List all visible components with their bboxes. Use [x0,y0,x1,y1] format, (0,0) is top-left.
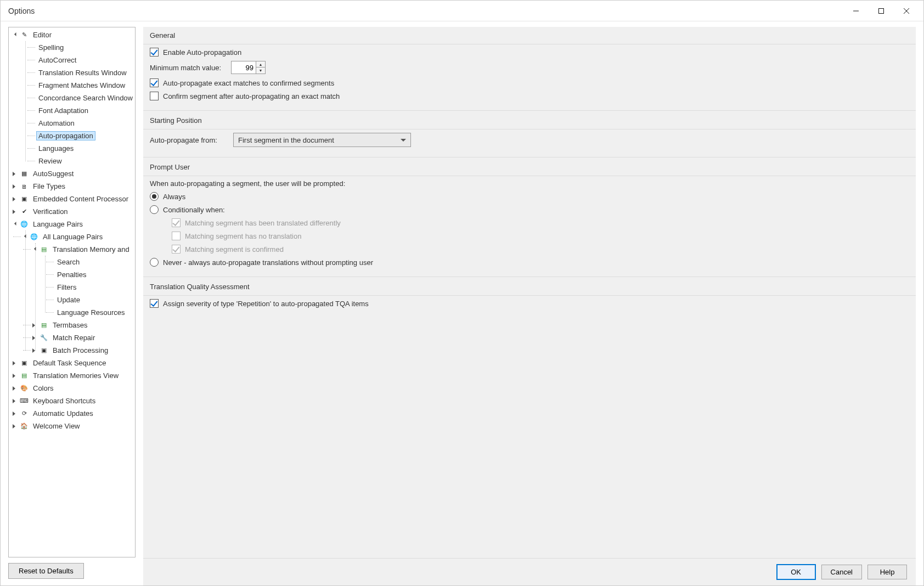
tree-langres[interactable]: Language Resources [9,306,135,319]
lbl-never: Never - always auto-propagate translatio… [163,258,373,267]
tm-icon: ▤ [20,371,29,380]
tree-updates[interactable]: ⟳Automatic Updates [9,407,135,420]
select-from-value: First segment in the document [238,136,334,144]
select-from[interactable]: First segment in the document [233,133,411,147]
tree-dts[interactable]: ▣Default Task Sequence [9,357,135,369]
radio-always[interactable] [150,192,159,201]
lbl-cond: Conditionally when: [163,206,225,214]
lbl-cond1: Matching segment has been translated dif… [185,219,341,227]
minimize-button[interactable] [843,2,869,20]
cb-cond2 [172,232,181,240]
cb-enable-autoprop[interactable] [150,48,159,57]
tree-colors[interactable]: 🎨Colors [9,382,135,395]
spinner-min-match[interactable]: ▲▼ [231,61,266,74]
ok-button[interactable]: OK [776,564,816,580]
file-icon: 🗎 [20,182,29,191]
cb-exact-confirmed[interactable] [150,78,159,87]
group-prompt: Prompt User When auto-propagating a segm… [143,159,916,277]
cb-tqa-assign[interactable] [150,299,159,308]
tree-csw[interactable]: Concordance Search Window [9,92,135,104]
tree-autoprop[interactable]: Auto-propagation [9,129,135,142]
radio-cond[interactable] [150,205,159,214]
tree-autosuggest[interactable]: ▦AutoSuggest [9,167,135,180]
tm-icon: ▤ [40,245,48,254]
tree-update[interactable]: Update [9,294,135,306]
tree-autocorrect[interactable]: AutoCorrect [9,54,135,66]
lbl-enable-autoprop: Enable Auto-propagation [163,48,241,57]
tree-font[interactable]: Font Adaptation [9,104,135,117]
globe-icon: 🌐 [20,220,29,229]
keyboard-icon: ⌨ [20,397,29,405]
options-window: Options ✎Editor Spelling AutoCorrect Tra… [0,0,924,586]
nav-tree[interactable]: ✎Editor Spelling AutoCorrect Translation… [8,27,136,557]
lbl-min-match: Minimum match value: [150,64,227,72]
maximize-button[interactable] [869,2,894,20]
tree-review[interactable]: Review [9,155,135,167]
group-general-title: General [143,27,916,43]
group-starting-title: Starting Position [143,112,916,128]
tree-ecp[interactable]: ▣Embedded Content Processor [9,193,135,205]
tree-shortcuts[interactable]: ⌨Keyboard Shortcuts [9,395,135,407]
globe-icon: 🌐 [30,233,38,241]
lbl-cond2: Matching segment has no translation [185,232,301,240]
tree-penalties[interactable]: Penalties [9,268,135,281]
wrench-icon: 🔧 [40,334,48,342]
tree-search[interactable]: Search [9,256,135,268]
lbl-confirm-after: Confirm segment after auto-propagating a… [163,92,340,100]
tree-filters[interactable]: Filters [9,281,135,294]
termbase-icon: ▤ [40,321,48,330]
processor-icon: ▣ [20,195,29,204]
cancel-button[interactable]: Cancel [821,565,862,579]
svg-rect-1 [879,8,884,13]
tree-editor[interactable]: ✎Editor [9,29,135,41]
tree-tmview[interactable]: ▤Translation Memories View [9,369,135,382]
group-tqa-title: Translation Quality Assessment [143,278,916,294]
content-panel: General Enable Auto-propagation Minimum … [143,27,916,585]
tree-welcome[interactable]: 🏠Welcome View [9,420,135,432]
sequence-icon: ▣ [20,359,29,368]
group-prompt-title: Prompt User [143,159,916,174]
cb-cond3 [172,245,181,253]
box-icon: ▦ [20,170,29,178]
lbl-from: Auto-propagate from: [150,136,229,144]
tree-languages[interactable]: Languages [9,142,135,155]
window-title: Options [5,7,35,15]
tree-verification[interactable]: ✔Verification [9,205,135,218]
spinner-up[interactable]: ▲ [256,61,265,67]
palette-icon: 🎨 [20,384,29,393]
close-button[interactable] [894,2,919,20]
cb-confirm-after[interactable] [150,92,159,100]
spinner-down[interactable]: ▼ [256,67,265,74]
tree-termbases[interactable]: ▤Termbases [9,319,135,331]
tree-matchrepair[interactable]: 🔧Match Repair [9,331,135,344]
home-icon: 🏠 [20,422,29,431]
tree-allpairs[interactable]: 🌐All Language Pairs [9,230,135,243]
tree-batch[interactable]: ▣Batch Processing [9,344,135,357]
lbl-cond3: Matching segment is confirmed [185,245,284,253]
lbl-tqa-assign: Assign severity of type 'Repetition' to … [163,300,369,308]
group-starting: Starting Position Auto-propagate from: F… [143,112,916,157]
tree-trw[interactable]: Translation Results Window [9,66,135,79]
dialog-footer: OK Cancel Help [143,558,916,585]
titlebar: Options [1,1,923,21]
input-min-match[interactable] [232,61,256,74]
batch-icon: ▣ [40,346,48,355]
lbl-prompt-intro: When auto-propagating a segment, the use… [150,179,345,188]
tree-langpairs[interactable]: 🌐Language Pairs [9,218,135,230]
update-icon: ⟳ [20,409,29,418]
lbl-exact-confirmed: Auto-propagate exact matches to confirme… [163,79,334,87]
tree-automation[interactable]: Automation [9,117,135,129]
pencil-icon: ✎ [20,31,29,40]
group-tqa: Translation Quality Assessment Assign se… [143,278,916,318]
tree-tm[interactable]: ▤Translation Memory and [9,243,135,256]
tree-fmw[interactable]: Fragment Matches Window [9,79,135,92]
tree-filetypes[interactable]: 🗎File Types [9,180,135,193]
radio-never[interactable] [150,258,159,267]
check-icon: ✔ [20,207,29,216]
reset-defaults-button[interactable]: Reset to Defaults [8,563,84,579]
lbl-always: Always [163,193,185,201]
tree-spelling[interactable]: Spelling [9,41,135,54]
group-general: General Enable Auto-propagation Minimum … [143,27,916,111]
cb-cond1 [172,218,181,227]
help-button[interactable]: Help [867,565,907,579]
